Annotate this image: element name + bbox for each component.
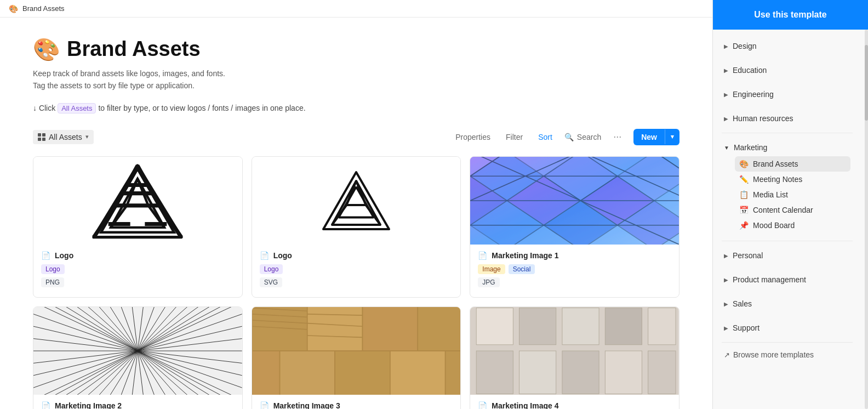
sidebar-category-header-hr[interactable]: ▶ Human resources bbox=[724, 112, 850, 125]
page-hint: ↓ Click All Assets to filter by type, or… bbox=[33, 103, 679, 113]
gallery-toolbar: All Assets ▾ Properties Filter Sort 🔍 Se… bbox=[33, 129, 679, 145]
card-title: Marketing Image 4 bbox=[492, 401, 558, 409]
page-emoji: 🎨 bbox=[33, 38, 60, 60]
sales-arrow-icon: ▶ bbox=[724, 301, 728, 307]
sidebar-category-sales: ▶ Sales bbox=[713, 292, 861, 316]
card-info: 📄 Logo Logo PNG bbox=[33, 245, 242, 297]
brand-assets-label: Brand Assets bbox=[753, 160, 798, 168]
tag-image[interactable]: Image bbox=[478, 264, 505, 274]
marketing-label: Marketing bbox=[734, 143, 767, 152]
personal-label: Personal bbox=[733, 251, 763, 260]
gallery-card[interactable]: 📄 Marketing Image 3 Image JPG bbox=[252, 306, 461, 409]
svg-rect-84 bbox=[418, 307, 460, 351]
sidebar-category-hr: ▶ Human resources bbox=[713, 106, 861, 130]
card-image-marketing4 bbox=[470, 307, 679, 395]
svg-rect-88 bbox=[252, 351, 279, 395]
sidebar-category-header-support[interactable]: ▶ Support bbox=[724, 321, 850, 334]
tag-social[interactable]: Social bbox=[509, 264, 535, 274]
gallery-card[interactable]: 📄 Marketing Image 4 Image JPG bbox=[470, 306, 679, 409]
use-template-button[interactable]: Use this template bbox=[713, 0, 868, 30]
content-calendar-emoji: 📅 bbox=[739, 206, 749, 214]
browse-more-link[interactable]: ↗ Browse more templates bbox=[713, 345, 861, 365]
divider bbox=[722, 342, 853, 343]
support-arrow-icon: ▶ bbox=[724, 325, 728, 331]
top-bar: 🎨 Brand Assets bbox=[0, 0, 712, 18]
sidebar-category-header-education[interactable]: ▶ Education bbox=[724, 64, 850, 77]
sidebar-item-media-list[interactable]: 📋 Media List bbox=[735, 187, 850, 202]
new-button[interactable]: New ▾ bbox=[633, 129, 679, 145]
divider bbox=[722, 133, 853, 133]
card-tags: Image Social bbox=[478, 264, 671, 274]
divider bbox=[722, 241, 853, 241]
education-label: Education bbox=[733, 66, 767, 75]
properties-button[interactable]: Properties bbox=[452, 130, 494, 144]
page-header: 🎨 Brand Assets bbox=[33, 37, 679, 61]
tag-png[interactable]: PNG bbox=[41, 277, 64, 287]
sidebar-category-header-product[interactable]: ▶ Product management bbox=[724, 273, 850, 286]
gallery-card[interactable]: 📄 Marketing Image 2 Image JPG bbox=[33, 306, 243, 409]
product-label: Product management bbox=[733, 275, 806, 284]
card-title: Marketing Image 3 bbox=[273, 401, 340, 409]
design-arrow-icon: ▶ bbox=[724, 43, 728, 49]
sidebar-category-product: ▶ Product management bbox=[713, 268, 861, 292]
search-control[interactable]: 🔍 Search bbox=[564, 133, 601, 141]
sidebar-category-header-design[interactable]: ▶ Design bbox=[724, 39, 850, 53]
sidebar-category-header-engineering[interactable]: ▶ Engineering bbox=[724, 88, 850, 101]
sidebar-category-header-sales[interactable]: ▶ Sales bbox=[724, 297, 850, 310]
marketing-sub-items: 🎨 Brand Assets ✏️ Meeting Notes 📋 Media … bbox=[724, 156, 850, 233]
gallery-card[interactable]: 📄 Logo Logo SVG bbox=[252, 156, 461, 298]
sidebar-scroll-area: ▶ Design ▶ Education ▶ Engineering bbox=[713, 30, 868, 409]
card-image-marketing2 bbox=[33, 307, 242, 395]
personal-arrow-icon: ▶ bbox=[724, 253, 728, 259]
sort-button[interactable]: Sort bbox=[535, 130, 556, 144]
filter-button[interactable]: Filter bbox=[502, 130, 526, 144]
svg-rect-99 bbox=[477, 308, 513, 344]
app-name: Brand Assets bbox=[22, 4, 65, 13]
sidebar-category-marketing: ▼ Marketing 🎨 Brand Assets ✏️ Meeting No… bbox=[713, 135, 861, 238]
mood-board-emoji: 📌 bbox=[739, 221, 749, 230]
tag-logo[interactable]: Logo bbox=[260, 264, 283, 274]
new-button-chevron-icon[interactable]: ▾ bbox=[665, 129, 679, 144]
tag-jpg[interactable]: JPG bbox=[478, 277, 499, 287]
view-toggle-button[interactable]: All Assets ▾ bbox=[33, 130, 94, 144]
sidebar-item-mood-board[interactable]: 📌 Mood Board bbox=[735, 218, 850, 233]
gallery-card[interactable]: 📄 Marketing Image 1 Image Social JPG bbox=[470, 156, 679, 298]
support-label: Support bbox=[733, 323, 760, 332]
svg-line-6 bbox=[339, 186, 356, 217]
engineering-label: Engineering bbox=[733, 90, 774, 99]
all-assets-badge[interactable]: All Assets bbox=[58, 103, 96, 113]
card-info: 📄 Logo Logo SVG bbox=[252, 245, 461, 297]
sidebar-item-meeting-notes[interactable]: ✏️ Meeting Notes bbox=[735, 172, 850, 187]
card-info: 📄 Marketing Image 2 Image JPG bbox=[33, 395, 242, 409]
external-link-icon: ↗ bbox=[724, 351, 730, 359]
card-image-logo-svg bbox=[252, 157, 461, 245]
file-icon: 📄 bbox=[41, 251, 50, 260]
sidebar-category-support: ▶ Support bbox=[713, 316, 861, 340]
sidebar-category-personal: ▶ Personal bbox=[713, 243, 861, 268]
sidebar-item-content-calendar[interactable]: 📅 Content Calendar bbox=[735, 202, 850, 218]
media-list-label: Media List bbox=[753, 190, 788, 199]
meeting-notes-emoji: ✏️ bbox=[739, 175, 749, 184]
card-image-logo-png bbox=[33, 157, 242, 245]
sidebar-category-header-marketing[interactable]: ▼ Marketing bbox=[724, 141, 850, 154]
page-title: Brand Assets bbox=[67, 37, 201, 61]
svg-rect-100 bbox=[519, 308, 556, 344]
engineering-arrow-icon: ▶ bbox=[724, 92, 728, 98]
main-content-area: 🎨 Brand Assets Keep track of brand asset… bbox=[0, 18, 712, 409]
card-tags: Logo bbox=[41, 264, 235, 274]
tag-logo[interactable]: Logo bbox=[41, 264, 65, 274]
card-info: 📄 Marketing Image 3 Image JPG bbox=[252, 395, 461, 409]
meeting-notes-label: Meeting Notes bbox=[753, 175, 802, 184]
file-icon: 📄 bbox=[478, 251, 487, 260]
product-arrow-icon: ▶ bbox=[724, 277, 728, 283]
card-info: 📄 Marketing Image 1 Image Social JPG bbox=[470, 245, 679, 297]
content-calendar-label: Content Calendar bbox=[753, 206, 813, 214]
sidebar-item-brand-assets[interactable]: 🎨 Brand Assets bbox=[735, 156, 850, 172]
svg-rect-89 bbox=[445, 351, 460, 395]
gallery-card[interactable]: 📄 Logo Logo PNG bbox=[33, 156, 243, 298]
tag-svg[interactable]: SVG bbox=[260, 277, 282, 287]
sidebar-category-header-personal[interactable]: ▶ Personal bbox=[724, 249, 850, 262]
sidebar-category-design: ▶ Design bbox=[713, 34, 861, 58]
more-options-button[interactable]: ··· bbox=[610, 130, 625, 144]
gallery-grid: 📄 Logo Logo PNG bbox=[33, 156, 679, 409]
